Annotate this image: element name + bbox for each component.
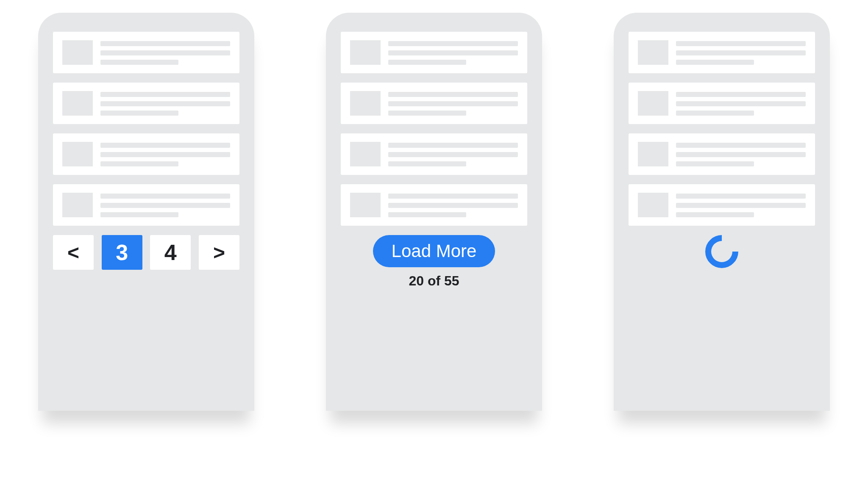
text-placeholder (388, 193, 518, 217)
device-load-more: Load More 20 of 55 (326, 13, 542, 411)
list-item (341, 133, 527, 175)
thumbnail-placeholder (638, 193, 668, 217)
list-item (341, 184, 527, 226)
list-item (53, 133, 239, 175)
text-placeholder (388, 91, 518, 116)
pagination-controls: < 3 4 > (53, 235, 239, 270)
text-placeholder (676, 193, 806, 217)
list-item (53, 184, 239, 226)
list-item (53, 32, 239, 73)
next-page-button[interactable]: > (199, 235, 239, 270)
page-number-button-current[interactable]: 3 (102, 235, 142, 270)
page-number-button[interactable]: 4 (150, 235, 191, 270)
spinner-icon (698, 228, 745, 275)
list-item (341, 83, 527, 124)
prev-page-button[interactable]: < (53, 235, 94, 270)
text-placeholder (100, 91, 230, 116)
thumbnail-placeholder (638, 91, 668, 116)
thumbnail-placeholder (350, 91, 381, 116)
text-placeholder (388, 142, 518, 166)
thumbnail-placeholder (62, 193, 93, 217)
thumbnail-placeholder (350, 40, 381, 65)
load-more-controls: Load More 20 of 55 (341, 235, 527, 289)
list-item (629, 133, 815, 175)
text-placeholder (100, 40, 230, 65)
list-item (629, 184, 815, 226)
text-placeholder (676, 142, 806, 166)
load-more-count: 20 of 55 (409, 273, 459, 289)
text-placeholder (676, 40, 806, 65)
list-item (341, 32, 527, 73)
loading-indicator (629, 235, 815, 268)
thumbnail-placeholder (62, 40, 93, 65)
thumbnail-placeholder (62, 91, 93, 116)
thumbnail-placeholder (638, 142, 668, 166)
device-infinite-scroll (614, 13, 830, 411)
text-placeholder (676, 91, 806, 116)
device-pagination: < 3 4 > (38, 13, 254, 411)
text-placeholder (100, 142, 230, 166)
text-placeholder (100, 193, 230, 217)
thumbnail-placeholder (62, 142, 93, 166)
load-more-button[interactable]: Load More (373, 235, 495, 267)
thumbnail-placeholder (638, 40, 668, 65)
text-placeholder (388, 40, 518, 65)
thumbnail-placeholder (350, 142, 381, 166)
list-item (629, 83, 815, 124)
list-item (629, 32, 815, 73)
list-item (53, 83, 239, 124)
thumbnail-placeholder (350, 193, 381, 217)
